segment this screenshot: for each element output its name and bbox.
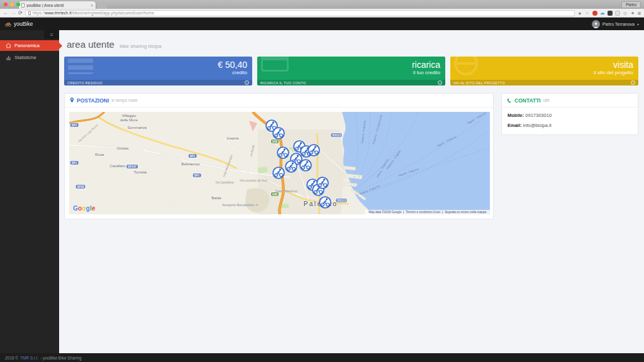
ricarica-card[interactable]: ricarica il tuo credito RICARICA IL TUO …: [257, 57, 445, 85]
map-data-text: Map data ©2015 Google: [367, 211, 403, 214]
mobile-value: 0917303010: [525, 112, 552, 118]
bike-station-marker[interactable]: [299, 159, 313, 172]
ricarica-footer-label: RICARICA IL TUO CONTO: [260, 81, 306, 85]
contatti-body: Mobile: 0917303010 Email: info@bicipa.it: [502, 107, 638, 134]
email-label: Email:: [508, 123, 522, 128]
contact-row-email: Email: info@bicipa.it: [508, 123, 632, 128]
postazioni-panel: POSTAZIONI in tempo reale: [64, 93, 494, 219]
google-logo: Google: [73, 205, 96, 212]
adblock-extension-icon[interactable]: [592, 11, 597, 16]
visita-card[interactable]: visita il sito del progetto VAI AL SITO …: [450, 57, 638, 85]
zoom-window-button[interactable]: [16, 3, 20, 6]
contatti-subtitle: utili: [543, 98, 550, 102]
visita-label: il sito del progetto: [455, 70, 633, 75]
person-icon: [592, 21, 599, 28]
postazioni-header: POSTAZIONI in tempo reale: [65, 94, 493, 107]
page-title: area utente: [67, 39, 114, 50]
bike-station-marker[interactable]: [316, 177, 330, 190]
bike-station-marker[interactable]: [319, 196, 332, 209]
minimize-window-button[interactable]: [10, 3, 14, 6]
back-button[interactable]: ←: [3, 11, 8, 16]
map-canvas[interactable]: Google Map data ©2015 Google Termini e c…: [69, 112, 490, 214]
tab-favicon-icon: [21, 3, 25, 8]
avatar: [592, 20, 600, 28]
credit-label: credito: [69, 70, 247, 75]
reload-button[interactable]: ⟳: [18, 11, 23, 16]
email-value: info@bicipa.it: [523, 123, 552, 128]
forward-button[interactable]: →: [11, 11, 16, 16]
credito-card[interactable]: € 50,40 credito CREDITO RESIDUO ›: [64, 57, 252, 85]
visita-footer-link[interactable]: VAI AL SITO DEL PROGETTO ›: [450, 80, 638, 85]
brand-name: youBike: [14, 21, 33, 27]
addon-extension-icon[interactable]: ✚: [630, 11, 635, 16]
mobile-label: Mobile:: [508, 112, 524, 118]
brand-bike-logo-icon: [5, 21, 11, 27]
arrow-right-circle-icon: ›: [438, 80, 442, 85]
browser-toolbar: ← → ⟳ https://www.tmrtech.it/bikesharing…: [0, 9, 644, 18]
brand[interactable]: youBike: [5, 21, 33, 27]
new-tab-button[interactable]: [97, 3, 107, 9]
user-menu[interactable]: Pietro Terranova ▾: [592, 20, 639, 28]
location-extension-icon[interactable]: ◆: [577, 11, 582, 16]
report-error-link[interactable]: Segnala un errore nella mappa: [442, 211, 488, 214]
visita-value: visita: [455, 60, 633, 70]
sidebar: ≡ Panoramica Statistiche: [0, 30, 59, 353]
user-name: Pietro Terranova: [602, 22, 635, 26]
arrow-right-circle-icon: ›: [631, 80, 635, 85]
contatti-panel: CONTATTI utili Mobile: 0917303010 Email:…: [501, 93, 638, 135]
sidebar-item-label: Statistiche: [14, 55, 36, 60]
map-attribution: Map data ©2015 Google Termini e condizio…: [365, 210, 490, 214]
contatti-title: CONTATTI: [514, 97, 541, 104]
tab-close-icon[interactable]: ×: [91, 3, 93, 8]
bike-station-marker[interactable]: [285, 160, 298, 173]
chevron-down-icon: ▾: [637, 22, 639, 26]
footer-company-link[interactable]: TMR S.r.l.: [20, 356, 38, 360]
postazioni-subtitle: in tempo reale: [111, 98, 137, 102]
notes-extension-icon[interactable]: [615, 11, 620, 16]
browser-tab[interactable]: youBike | Area utenti ×: [19, 1, 96, 9]
page-heading: area utente bike sharing bicipa: [67, 39, 638, 50]
history-clock-extension-icon[interactable]: ◷: [623, 11, 628, 16]
chrome-menu-button[interactable]: ≡: [638, 10, 641, 16]
arrow-right-circle-icon: ›: [245, 80, 249, 85]
sidebar-toggle-button[interactable]: ≡: [44, 30, 59, 39]
ricarica-footer-link[interactable]: RICARICA IL TUO CONTO ›: [257, 80, 445, 85]
browser-profile-badge[interactable]: Pietro: [621, 1, 641, 8]
contact-row-mobile: Mobile: 0917303010: [508, 112, 632, 118]
url-bar[interactable]: https://www.tmrtech.it/bikesharing/web/a…: [25, 10, 575, 16]
bike-station-marker[interactable]: [272, 127, 286, 140]
extension-icons: ◆ ☆ ☁ ◷ ✚ ≡: [577, 10, 641, 16]
postazioni-title: POSTAZIONI: [77, 97, 109, 104]
page-footer: 2015 © TMR S.r.l. - youBike Bike Sharing: [0, 353, 644, 362]
sidebar-item-label: Panoramica: [14, 43, 40, 48]
window-controls: [4, 3, 20, 6]
footer-app-name: - youBike Bike Sharing: [40, 356, 82, 360]
credit-footer-link[interactable]: CREDITO RESIDUO ›: [64, 80, 252, 85]
credit-footer-label: CREDITO RESIDUO: [67, 81, 103, 85]
app-navbar: youBike Pietro Terranova ▾: [0, 18, 644, 30]
sidebar-item-panoramica[interactable]: Panoramica: [0, 40, 59, 51]
map-pin-icon: [70, 97, 74, 103]
credit-value: € 50,40: [69, 60, 247, 70]
cloud-extension-icon[interactable]: ☁: [600, 11, 605, 16]
browser-tab-bar: youBike | Area utenti × Pietro: [0, 0, 644, 9]
sidebar-item-statistiche[interactable]: Statistiche: [0, 52, 59, 63]
bike-station-marker[interactable]: [272, 167, 286, 180]
terms-link[interactable]: Termini e condizioni d'uso: [403, 211, 442, 214]
tab-title: youBike | Area utenti: [26, 3, 89, 8]
footer-year: 2015 ©: [5, 356, 18, 360]
ricarica-label: il tuo credito: [262, 70, 440, 75]
phone-icon: [507, 98, 512, 103]
visita-footer-label: VAI AL SITO DEL PROGETTO: [453, 81, 505, 85]
page-subtitle: bike sharing bicipa: [119, 43, 161, 49]
screenshot-extension-icon[interactable]: [608, 11, 613, 16]
page-icon: [28, 11, 31, 15]
url-text: https://www.tmrtech.it/bikesharing/web/a…: [33, 11, 154, 15]
bar-chart-icon: [6, 55, 11, 60]
contatti-header: CONTATTI utili: [502, 94, 638, 107]
home-icon: [6, 43, 11, 48]
bike-station-marker[interactable]: [308, 144, 321, 157]
bookmark-star-icon[interactable]: ☆: [585, 11, 590, 16]
close-window-button[interactable]: [4, 3, 8, 6]
bike-station-marker[interactable]: [277, 146, 290, 160]
